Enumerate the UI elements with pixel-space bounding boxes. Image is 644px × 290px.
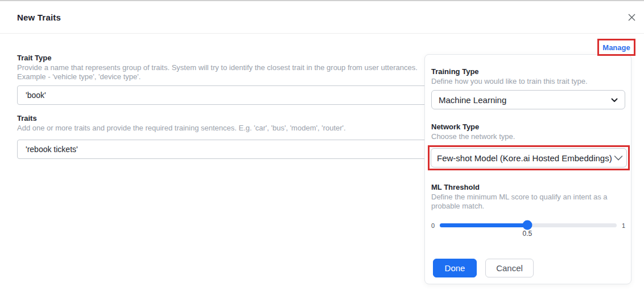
network-type-dropdown[interactable]: Few-shot Model (Kore.ai Hosted Embedding…	[431, 148, 627, 168]
network-type-desc: Choose the network type.	[431, 132, 625, 141]
panel-actions: Done Cancel	[431, 259, 625, 277]
slider-value: 0.5	[523, 230, 532, 238]
new-traits-dialog: New Traits Manage Trait Type Provide a n…	[0, 0, 644, 290]
page-title: New Traits	[17, 13, 61, 22]
ml-threshold-label: ML Threshold	[431, 183, 625, 191]
network-type-highlight-box: Few-shot Model (Kore.ai Hosted Embedding…	[428, 145, 630, 170]
trait-type-desc-line1: Provide a name that represents group of …	[17, 63, 418, 72]
traits-label: Traits	[17, 114, 37, 122]
slider-min-label: 0	[431, 222, 435, 229]
manage-link[interactable]: Manage	[602, 43, 630, 52]
training-type-desc: Define how you would like to train this …	[431, 77, 625, 86]
trait-settings-panel: Training Type Define how you would like …	[424, 54, 631, 284]
slider-track-wrap: 0.5	[440, 220, 617, 230]
slider-thumb[interactable]	[522, 220, 532, 230]
done-button[interactable]: Done	[433, 259, 477, 277]
cancel-button[interactable]: Cancel	[485, 259, 534, 277]
trait-type-label: Trait Type	[17, 54, 51, 62]
chevron-down-icon	[611, 95, 618, 105]
traits-desc: Add one or more traits and provide the r…	[17, 124, 346, 133]
ml-threshold-desc: Define the minimum ML score to qualify a…	[431, 193, 622, 211]
trait-type-desc-line2: Example - 'vehicle type', 'device type'.	[17, 72, 141, 81]
training-type-label: Training Type	[431, 67, 625, 76]
ml-threshold-slider: 0 0.5 1	[431, 220, 625, 230]
slider-max-label: 1	[622, 222, 625, 229]
dialog-header: New Traits	[0, 1, 644, 34]
chevron-down-icon	[614, 156, 623, 161]
slider-fill	[440, 223, 527, 227]
manage-highlight-box: Manage	[597, 39, 635, 56]
training-type-selected-value: Machine Learning	[439, 95, 506, 105]
training-type-select[interactable]: Machine Learning	[431, 90, 625, 109]
network-type-label: Network Type	[431, 122, 625, 131]
close-button[interactable]	[626, 13, 637, 23]
network-type-selected-value: Few-shot Model (Kore.ai Hosted Embedding…	[437, 153, 612, 163]
close-icon	[628, 13, 636, 24]
